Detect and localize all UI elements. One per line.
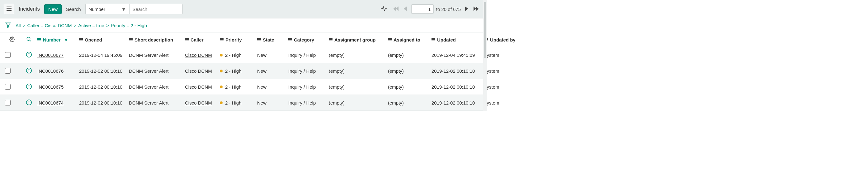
svg-marker-4 — [396, 6, 399, 11]
svg-rect-29 — [257, 39, 261, 40]
breadcrumbs: All > Caller = Cisco DCNM > Active = tru… — [16, 23, 147, 28]
priority-dot-icon — [220, 85, 223, 88]
row-checkbox[interactable] — [5, 52, 10, 58]
cell-updated: 2019-12-04 19:45:09 — [432, 52, 485, 58]
personalize-list-button[interactable] — [4, 36, 21, 43]
svg-rect-40 — [432, 38, 435, 39]
filter-button[interactable] — [4, 21, 12, 30]
priority-value: 2 - High — [225, 68, 242, 74]
cell-assignment-group: (empty) — [329, 52, 388, 58]
incident-link[interactable]: INC0010674 — [37, 100, 63, 105]
chevron-down-icon: ▼ — [121, 6, 126, 12]
table-row: INC0010674 2019-12-02 00:10:10 DCNM Serv… — [0, 95, 483, 111]
svg-rect-31 — [288, 38, 292, 39]
column-header-caller[interactable]: Caller — [185, 37, 220, 43]
incident-link[interactable]: INC0010676 — [37, 68, 63, 74]
page-number-input[interactable] — [411, 4, 434, 14]
first-page-icon — [394, 6, 399, 12]
next-page-icon — [465, 6, 468, 12]
breadcrumb-item[interactable]: Active = true — [78, 23, 104, 28]
svg-rect-37 — [388, 38, 392, 39]
prev-page-button[interactable] — [402, 6, 409, 12]
cell-priority: 2 - High — [220, 100, 257, 105]
vertical-scrollbar[interactable] — [483, 0, 487, 111]
svg-rect-1 — [6, 8, 11, 9]
breadcrumb-separator: > — [106, 23, 109, 28]
cell-opened: 2019-12-02 00:10:10 — [79, 100, 129, 105]
menu-button[interactable] — [4, 4, 14, 15]
row-checkbox[interactable] — [5, 100, 10, 105]
new-button[interactable]: New — [44, 4, 62, 14]
row-info-button[interactable] — [21, 68, 37, 75]
last-page-button[interactable] — [473, 6, 479, 12]
column-search-button[interactable] — [21, 36, 37, 43]
breadcrumb-separator: > — [73, 23, 76, 28]
column-header-state[interactable]: State — [257, 37, 288, 43]
row-checkbox[interactable] — [5, 84, 10, 89]
list-toolbar: Incidents New Search Number ▼ to 20 of 6 — [0, 0, 483, 19]
caller-link[interactable]: Cisco DCNM — [185, 68, 212, 74]
incident-link[interactable]: INC0010675 — [37, 84, 63, 89]
scrollbar-thumb[interactable] — [484, 2, 486, 58]
svg-rect-33 — [288, 41, 292, 41]
column-header-updated-by[interactable]: Updated by — [485, 37, 519, 43]
svg-rect-19 — [129, 38, 133, 39]
row-info-button[interactable] — [21, 99, 37, 106]
table-header-row: Number ▼ Opened Short description Caller… — [0, 32, 483, 47]
row-info-button[interactable] — [21, 52, 37, 59]
info-icon — [26, 52, 32, 59]
last-page-icon — [473, 6, 478, 12]
svg-rect-0 — [6, 6, 11, 7]
column-header-number[interactable]: Number ▼ — [37, 37, 79, 43]
column-menu-icon — [129, 38, 133, 41]
row-info-button[interactable] — [21, 83, 37, 90]
cell-opened: 2019-12-04 19:45:09 — [79, 52, 129, 58]
column-label: Category — [294, 37, 314, 43]
column-header-assignment-group[interactable]: Assignment group — [329, 37, 388, 43]
column-header-priority[interactable]: Priority — [220, 37, 257, 43]
cell-category: Inquiry / Help — [288, 100, 329, 105]
cell-updated-by: system — [485, 84, 519, 89]
search-input[interactable] — [129, 4, 182, 14]
svg-rect-27 — [220, 41, 223, 41]
svg-rect-17 — [79, 39, 83, 40]
search-label: Search — [66, 6, 81, 12]
svg-rect-41 — [432, 39, 435, 40]
caller-link[interactable]: Cisco DCNM — [185, 84, 212, 89]
cell-updated-by: system — [485, 52, 519, 58]
column-label: Short description — [134, 37, 173, 43]
column-header-opened[interactable]: Opened — [79, 37, 129, 43]
svg-rect-14 — [37, 39, 41, 40]
breadcrumb-item[interactable]: All — [16, 23, 21, 28]
column-header-updated[interactable]: Updated — [432, 37, 485, 43]
column-header-assigned-to[interactable]: Assigned to — [388, 37, 432, 43]
filter-breadcrumb-bar: All > Caller = Cisco DCNM > Active = tru… — [0, 19, 483, 32]
activity-stream-button[interactable] — [379, 5, 388, 14]
next-page-button[interactable] — [463, 6, 470, 12]
cell-assignment-group: (empty) — [329, 100, 388, 105]
svg-line-12 — [30, 40, 31, 42]
cell-short-description: DCNM Server Alert — [129, 52, 185, 58]
cell-short-description: DCNM Server Alert — [129, 84, 185, 89]
row-checkbox-cell — [4, 51, 21, 59]
svg-point-48 — [29, 53, 29, 54]
column-header-short-description[interactable]: Short description — [129, 37, 185, 43]
column-header-category[interactable]: Category — [288, 37, 329, 43]
incident-link[interactable]: INC0010677 — [37, 52, 63, 58]
breadcrumb-item[interactable]: Priority = 2 - High — [111, 23, 147, 28]
breadcrumb-item[interactable]: Caller = Cisco DCNM — [27, 23, 72, 28]
page-title: Incidents — [19, 6, 40, 12]
caller-link[interactable]: Cisco DCNM — [185, 100, 212, 105]
caller-link[interactable]: Cisco DCNM — [185, 52, 212, 58]
cell-assigned-to: (empty) — [388, 100, 432, 105]
svg-rect-42 — [432, 41, 435, 41]
cell-caller: Cisco DCNM — [185, 100, 220, 105]
svg-rect-34 — [329, 38, 333, 39]
svg-rect-20 — [129, 39, 133, 40]
row-checkbox[interactable] — [5, 68, 10, 74]
column-label: State — [263, 37, 274, 43]
search-field-select[interactable]: Number ▼ — [86, 5, 129, 14]
search-field-group: Number ▼ — [85, 4, 183, 15]
column-label: Priority — [225, 37, 242, 43]
first-page-button[interactable] — [393, 6, 399, 12]
